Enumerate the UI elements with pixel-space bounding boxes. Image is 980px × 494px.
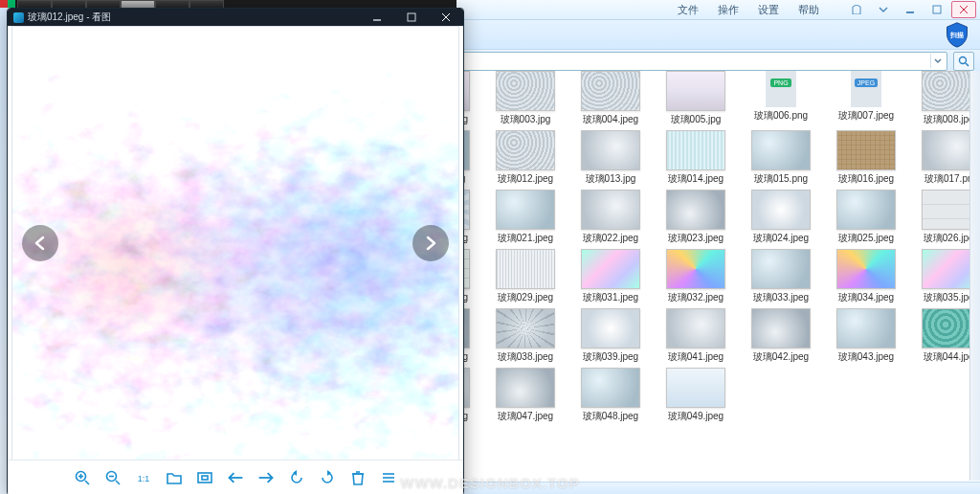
rotate-right-icon[interactable] <box>319 469 336 486</box>
actual-size-icon[interactable]: 1:1 <box>135 469 152 486</box>
file-item[interactable]: 玻璃026.jpeg <box>911 190 970 245</box>
address-input[interactable] <box>462 52 947 71</box>
file-item[interactable]: JPEG玻璃007.jpeg <box>826 71 906 126</box>
search-button[interactable] <box>953 52 974 71</box>
prev-image-button[interactable] <box>22 225 58 261</box>
viewer-maximize-button[interactable] <box>394 9 429 26</box>
file-item[interactable]: 玻璃049.jpeg <box>656 368 736 423</box>
menu-help[interactable]: 帮助 <box>789 3 829 17</box>
close-button[interactable] <box>951 1 976 18</box>
file-item[interactable]: 玻璃032.jpeg <box>656 249 736 304</box>
file-item[interactable]: 玻璃034.jpeg <box>826 249 906 304</box>
file-item[interactable]: 玻璃015.png <box>741 130 821 186</box>
file-item[interactable]: 玻璃033.jpeg <box>741 249 821 304</box>
file-thumbnail <box>922 71 970 111</box>
file-thumbnail <box>751 308 811 348</box>
file-thumbnail <box>836 249 896 289</box>
file-item[interactable]: 玻璃048.jpeg <box>570 368 651 423</box>
file-name-label: 玻璃004.jpeg <box>583 113 638 126</box>
more-icon[interactable] <box>380 469 397 486</box>
viewer-canvas[interactable] <box>11 26 459 460</box>
file-thumbnail <box>922 308 970 348</box>
file-item[interactable]: PNG玻璃006.png <box>741 71 821 126</box>
file-thumbnail <box>496 71 555 111</box>
zoom-out-icon[interactable] <box>104 469 122 486</box>
file-name-label: 玻璃048.jpeg <box>583 410 638 423</box>
file-item[interactable]: 玻璃047.jpeg <box>485 368 566 423</box>
viewer-app-icon <box>13 12 24 23</box>
file-item[interactable]: 玻璃005.jpg <box>656 71 736 126</box>
file-item[interactable]: 玻璃039.jpeg <box>570 308 651 364</box>
file-item[interactable]: 玻璃022.jpeg <box>570 190 651 245</box>
viewer-close-button[interactable] <box>429 9 463 26</box>
file-thumbnail <box>751 190 811 230</box>
file-name-label: 玻璃005.jpg <box>671 113 722 126</box>
file-item[interactable]: 玻璃012.jpeg <box>485 130 566 186</box>
file-name-label: 玻璃014.jpeg <box>668 172 724 186</box>
file-name-label: 玻璃032.jpeg <box>668 291 724 304</box>
file-item[interactable]: 玻璃004.jpeg <box>570 71 651 126</box>
next-icon[interactable] <box>257 469 275 486</box>
file-thumbnail <box>666 368 725 408</box>
file-name-label: 玻璃038.jpeg <box>498 350 553 364</box>
svg-rect-24 <box>198 473 212 483</box>
file-item[interactable]: 玻璃008.jpeg <box>911 71 970 126</box>
chevron-down-icon[interactable] <box>930 54 945 68</box>
file-item[interactable]: 玻璃044.jpeg <box>911 308 970 364</box>
file-name-label: 玻璃047.jpeg <box>498 410 553 423</box>
menu-file[interactable]: 文件 <box>668 3 708 17</box>
file-item[interactable]: 玻璃041.jpeg <box>656 308 736 364</box>
file-item[interactable]: 玻璃024.jpeg <box>741 190 821 245</box>
minimize-button[interactable] <box>898 1 923 18</box>
file-item[interactable]: 玻璃021.jpeg <box>485 190 566 245</box>
file-name-label: 玻璃007.jpeg <box>838 109 894 123</box>
svg-rect-15 <box>12 27 458 460</box>
file-item[interactable]: 玻璃029.jpeg <box>485 249 566 304</box>
file-item[interactable]: 玻璃014.jpeg <box>656 130 736 186</box>
file-item[interactable]: 玻璃042.jpeg <box>741 308 821 364</box>
zoom-in-icon[interactable] <box>74 469 91 486</box>
menu-settings[interactable]: 设置 <box>748 3 789 17</box>
scrollbar[interactable] <box>969 71 980 481</box>
svg-text:1:1: 1:1 <box>138 474 149 483</box>
file-item[interactable]: 玻璃038.jpeg <box>485 308 566 364</box>
file-item[interactable]: 玻璃013.jpg <box>570 130 651 186</box>
syschip <box>8 0 15 8</box>
file-thumbnail <box>666 71 725 111</box>
file-item[interactable]: 玻璃017.png <box>911 130 970 186</box>
status-bar <box>457 482 980 494</box>
skin-button[interactable] <box>844 1 869 18</box>
file-name-label: 玻璃021.jpeg <box>498 232 553 245</box>
file-name-label: 玻璃039.jpeg <box>583 350 638 364</box>
file-thumbnail <box>496 368 555 408</box>
viewer-minimize-button[interactable] <box>360 9 394 26</box>
prev-icon[interactable] <box>227 469 244 486</box>
file-name-label: 玻璃006.png <box>754 109 808 123</box>
file-item[interactable]: 玻璃016.jpeg <box>826 130 906 186</box>
dropdown-button[interactable] <box>871 1 896 18</box>
svg-rect-1 <box>933 6 941 13</box>
file-item[interactable]: 玻璃025.jpeg <box>826 190 906 245</box>
viewer-titlebar[interactable]: 玻璃012.jpeg - 看图 <box>8 9 463 26</box>
file-item[interactable]: 玻璃031.jpeg <box>570 249 651 304</box>
file-name-label: 玻璃026.jpeg <box>924 232 970 245</box>
image-viewer-window: 玻璃012.jpeg - 看图 <box>7 8 464 494</box>
file-item[interactable]: 玻璃003.jpg <box>485 71 566 126</box>
file-name-label: 玻璃022.jpeg <box>583 232 638 245</box>
fit-window-icon[interactable] <box>196 469 213 486</box>
menu-action[interactable]: 操作 <box>708 3 748 17</box>
menubar: 文件 操作 设置 帮助 <box>457 0 980 20</box>
file-name-label: 玻璃049.jpeg <box>668 410 724 423</box>
file-thumbnail <box>581 368 640 408</box>
delete-icon[interactable] <box>349 469 367 486</box>
file-thumbnail <box>922 190 970 230</box>
file-item[interactable]: 玻璃043.jpeg <box>826 308 906 364</box>
file-item[interactable]: 玻璃023.jpeg <box>656 190 736 245</box>
file-name-label: 玻璃029.jpeg <box>498 291 553 304</box>
file-thumbnail <box>496 130 555 170</box>
maximize-button[interactable] <box>924 1 949 18</box>
next-image-button[interactable] <box>412 225 449 261</box>
rotate-left-icon[interactable] <box>288 469 305 486</box>
open-folder-icon[interactable] <box>166 469 183 486</box>
file-item[interactable]: 玻璃035.jpeg <box>911 249 970 304</box>
